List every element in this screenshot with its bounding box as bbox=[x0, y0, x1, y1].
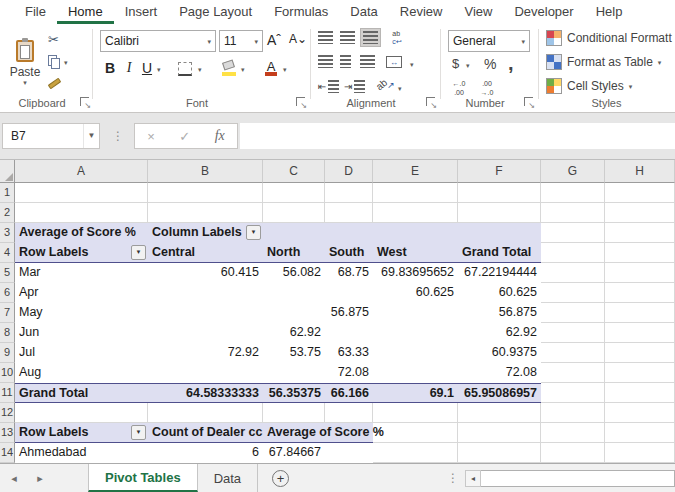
cell-B7[interactable] bbox=[148, 303, 263, 323]
cancel-button[interactable]: × bbox=[147, 129, 155, 144]
increase-decimal-button[interactable]: ←.0 .00 bbox=[448, 79, 470, 97]
row-header-12[interactable]: 12 bbox=[0, 403, 15, 423]
cell-E8[interactable] bbox=[373, 323, 458, 343]
increase-indent-button[interactable]: ⇥ bbox=[344, 80, 365, 93]
column-header-g[interactable]: G bbox=[541, 160, 605, 183]
cell-F3[interactable] bbox=[458, 223, 541, 243]
insert-function-button[interactable]: fx bbox=[215, 128, 225, 144]
cell-styles-button[interactable]: Cell Styles ▾ bbox=[546, 78, 632, 94]
column-header-h[interactable]: H bbox=[605, 160, 675, 183]
cell-B12[interactable] bbox=[148, 403, 263, 423]
ribbon-tab-developer[interactable]: Developer bbox=[503, 0, 584, 24]
middle-align-button[interactable] bbox=[340, 31, 355, 44]
cell-B2[interactable] bbox=[148, 203, 263, 223]
cell-C12[interactable] bbox=[263, 403, 325, 423]
row-header-14[interactable]: 14 bbox=[0, 443, 15, 463]
underline-button[interactable]: U bbox=[140, 60, 154, 76]
cell-D14[interactable] bbox=[325, 443, 373, 463]
cell-F1[interactable] bbox=[458, 183, 541, 203]
sheet-tab-data[interactable]: Data bbox=[198, 464, 258, 492]
column-header-c[interactable]: C bbox=[263, 160, 325, 183]
sheet-nav-left-icon[interactable]: ◂ bbox=[0, 464, 28, 492]
enter-button[interactable]: ✓ bbox=[179, 129, 190, 144]
cell-H3[interactable] bbox=[605, 223, 675, 243]
cell-B10[interactable] bbox=[148, 363, 263, 383]
cell-C1[interactable] bbox=[263, 183, 325, 203]
cell-G12[interactable] bbox=[541, 403, 605, 423]
cell-E7[interactable] bbox=[373, 303, 458, 323]
cell-H11[interactable] bbox=[605, 383, 675, 403]
cell-H2[interactable] bbox=[605, 203, 675, 223]
cell-B4[interactable]: Central bbox=[148, 243, 263, 263]
paste-dropdown-icon[interactable]: ▾ bbox=[23, 79, 27, 86]
scrollbar-thumb[interactable] bbox=[481, 470, 675, 487]
cell-D12[interactable] bbox=[325, 403, 373, 423]
paste-button[interactable]: Paste ▾ bbox=[6, 30, 44, 96]
borders-dropdown-icon[interactable]: ▾ bbox=[198, 66, 202, 73]
cell-D3[interactable] bbox=[325, 223, 373, 243]
ribbon-tab-view[interactable]: View bbox=[453, 0, 503, 24]
merge-center-dropdown-icon[interactable]: ▾ bbox=[410, 61, 414, 68]
cell-H8[interactable] bbox=[605, 323, 675, 343]
cell-E14[interactable] bbox=[373, 443, 458, 463]
cell-B3[interactable]: Column Labels▼ bbox=[148, 223, 263, 243]
cell-A6[interactable]: Apr bbox=[15, 283, 148, 303]
copy-dropdown-icon[interactable]: ▾ bbox=[64, 59, 68, 66]
font-dialog-launcher[interactable] bbox=[296, 97, 305, 106]
cell-C13[interactable]: Average of Score % bbox=[263, 423, 325, 443]
ribbon-tab-formulas[interactable]: Formulas bbox=[263, 0, 339, 24]
cell-B8[interactable] bbox=[148, 323, 263, 343]
align-right-button[interactable] bbox=[360, 55, 375, 68]
accounting-format-button[interactable]: $ bbox=[452, 56, 459, 71]
cell-D7[interactable]: 56.875 bbox=[325, 303, 373, 323]
select-all-corner[interactable] bbox=[0, 160, 15, 183]
cell-F12[interactable] bbox=[458, 403, 541, 423]
cell-B11[interactable]: 64.58333333 bbox=[148, 383, 263, 403]
cell-C9[interactable]: 53.75 bbox=[263, 343, 325, 363]
cell-D11[interactable]: 66.166 bbox=[325, 383, 373, 403]
row-header-2[interactable]: 2 bbox=[0, 203, 15, 223]
font-color-dropdown-icon[interactable]: ▾ bbox=[283, 66, 287, 73]
orientation-dropdown-icon[interactable]: ▾ bbox=[398, 85, 402, 92]
borders-button[interactable] bbox=[178, 62, 192, 76]
center-button[interactable] bbox=[340, 55, 351, 68]
cell-F8[interactable]: 62.92 bbox=[458, 323, 541, 343]
cell-H10[interactable] bbox=[605, 363, 675, 383]
ribbon-tab-file[interactable]: File bbox=[14, 0, 57, 24]
cell-G14[interactable] bbox=[541, 443, 605, 463]
clipboard-dialog-launcher[interactable] bbox=[80, 97, 89, 106]
cell-A3[interactable]: Average of Score % bbox=[15, 223, 148, 243]
cell-H1[interactable] bbox=[605, 183, 675, 203]
cell-A13[interactable]: Row Labels▼ bbox=[15, 423, 148, 443]
filter-dropdown-icon[interactable]: ▼ bbox=[131, 425, 146, 440]
cell-E3[interactable] bbox=[373, 223, 458, 243]
cell-G9[interactable] bbox=[541, 343, 605, 363]
cell-H4[interactable] bbox=[605, 243, 675, 263]
cell-B9[interactable]: 72.92 bbox=[148, 343, 263, 363]
tab-splitter-handle[interactable]: ⋮ bbox=[441, 471, 465, 485]
cell-G7[interactable] bbox=[541, 303, 605, 323]
filter-dropdown-icon[interactable]: ▼ bbox=[131, 245, 146, 260]
cell-B1[interactable] bbox=[148, 183, 263, 203]
cell-A8[interactable]: Jun bbox=[15, 323, 148, 343]
cell-E6[interactable]: 60.625 bbox=[373, 283, 458, 303]
row-header-5[interactable]: 5 bbox=[0, 263, 15, 283]
format-painter-button[interactable] bbox=[48, 81, 61, 86]
ribbon-tab-data[interactable]: Data bbox=[339, 0, 388, 24]
percent-style-button[interactable]: % bbox=[484, 56, 496, 72]
alignment-dialog-launcher[interactable] bbox=[426, 97, 435, 106]
column-header-f[interactable]: F bbox=[458, 160, 541, 183]
font-name-select[interactable]: Calibri ▾ bbox=[100, 30, 216, 52]
comma-style-button[interactable]: , bbox=[508, 52, 514, 75]
align-left-button[interactable] bbox=[318, 55, 333, 68]
cut-button[interactable]: ✂ bbox=[48, 32, 59, 47]
number-format-select[interactable]: General ▾ bbox=[448, 30, 530, 52]
cell-F7[interactable]: 56.875 bbox=[458, 303, 541, 323]
cell-E5[interactable]: 69.83695652 bbox=[373, 263, 458, 283]
cell-F9[interactable]: 60.9375 bbox=[458, 343, 541, 363]
cell-A14[interactable]: Ahmedabad bbox=[15, 443, 148, 463]
cell-D4[interactable]: South bbox=[325, 243, 373, 263]
new-sheet-button[interactable]: + bbox=[272, 470, 289, 487]
cell-H7[interactable] bbox=[605, 303, 675, 323]
cell-F10[interactable]: 72.08 bbox=[458, 363, 541, 383]
